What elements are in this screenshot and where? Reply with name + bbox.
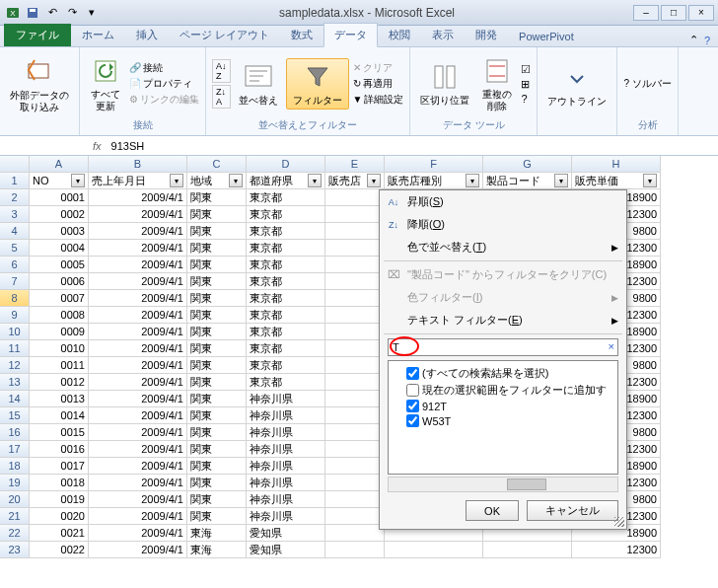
cell[interactable]: 2009/4/1 (89, 357, 187, 374)
cell[interactable]: 愛知県 (247, 525, 325, 542)
redo-icon[interactable]: ↷ (63, 4, 81, 22)
minimize-ribbon-icon[interactable]: ⌃ (689, 34, 698, 46)
clear-search-icon[interactable]: × (609, 340, 614, 352)
cell[interactable]: 神奈川県 (247, 441, 325, 458)
cell[interactable]: 関東 (187, 240, 247, 257)
tab-review[interactable]: 校閲 (378, 23, 421, 46)
remove-duplicates-button[interactable]: 重複の 削除 (477, 53, 517, 114)
cell[interactable]: 東京都 (247, 273, 325, 290)
cell[interactable]: 関東 (187, 407, 247, 424)
cell[interactable] (325, 424, 385, 441)
cell[interactable]: 2009/4/1 (89, 324, 187, 340)
row-header[interactable]: 15 (0, 407, 30, 424)
cell[interactable]: 東京都 (247, 374, 325, 391)
cell[interactable] (325, 340, 385, 357)
help-icon[interactable]: ? (704, 35, 710, 46)
tab-file[interactable]: ファイル (4, 24, 71, 46)
cell[interactable]: 0016 (30, 441, 89, 458)
cell[interactable]: 関東 (187, 257, 247, 273)
cell[interactable]: 関東 (187, 475, 247, 491)
cell[interactable] (385, 542, 483, 558)
cell[interactable] (325, 257, 385, 273)
cell[interactable]: 0010 (30, 340, 89, 357)
cell[interactable]: 0002 (30, 206, 89, 223)
reapply-button[interactable]: ↻再適用 (353, 77, 404, 91)
row-header[interactable]: 7 (0, 273, 30, 290)
cell[interactable]: 2009/4/1 (89, 374, 187, 391)
cell[interactable]: 0012 (30, 374, 89, 391)
text-to-columns-button[interactable]: 区切り位置 (416, 59, 473, 109)
cell[interactable]: 0013 (30, 391, 89, 407)
cell[interactable]: 関東 (187, 189, 247, 206)
col-header-f[interactable]: F (385, 156, 483, 173)
cell[interactable]: 関東 (187, 206, 247, 223)
cell[interactable] (325, 441, 385, 458)
cell[interactable]: 0003 (30, 223, 89, 240)
filter-search-input[interactable] (388, 338, 618, 356)
cell[interactable]: 12300 (572, 542, 661, 558)
close-button[interactable]: × (688, 5, 714, 21)
row-header[interactable]: 20 (0, 491, 30, 508)
row-header[interactable]: 2 (0, 189, 30, 206)
cell[interactable] (325, 206, 385, 223)
cell[interactable]: 2009/4/1 (89, 475, 187, 491)
cell[interactable] (325, 189, 385, 206)
sort-by-color-item[interactable]: 色で並べ替え(T)▶ (380, 236, 626, 258)
cell[interactable]: 関東 (187, 458, 247, 475)
filter-arrow-icon[interactable]: ▾ (229, 174, 243, 187)
sort-button[interactable]: 並べ替え (235, 59, 282, 109)
cell[interactable] (325, 525, 385, 542)
solver-button[interactable]: ? ソルバー (623, 77, 671, 91)
cell[interactable]: 関東 (187, 307, 247, 324)
col-header-a[interactable]: A (30, 156, 89, 173)
cell[interactable]: 0020 (30, 508, 89, 525)
cell[interactable]: 2009/4/1 (89, 307, 187, 324)
save-icon[interactable] (24, 4, 41, 22)
cell[interactable]: 2009/4/1 (89, 290, 187, 307)
row-header[interactable]: 1 (0, 173, 30, 189)
cell[interactable]: 0005 (30, 257, 89, 273)
cancel-button[interactable]: キャンセル (527, 500, 618, 521)
cell[interactable] (325, 374, 385, 391)
select-all-corner[interactable] (0, 156, 30, 173)
row-header[interactable]: 21 (0, 508, 30, 525)
table-header-date[interactable]: 売上年月日▾ (89, 173, 187, 189)
cell[interactable] (325, 307, 385, 324)
tab-home[interactable]: ホーム (71, 23, 125, 46)
tab-view[interactable]: 表示 (421, 23, 465, 46)
row-header[interactable]: 6 (0, 257, 30, 273)
cell[interactable] (325, 458, 385, 475)
cell[interactable]: 0017 (30, 458, 89, 475)
cell[interactable]: 東京都 (247, 324, 325, 340)
cell[interactable]: 神奈川県 (247, 508, 325, 525)
clear-filter-button[interactable]: ✕クリア (353, 61, 404, 75)
cell[interactable] (325, 273, 385, 290)
filter-button[interactable]: フィルター (286, 58, 349, 110)
select-all-checkbox[interactable]: (すべての検索結果を選択) (393, 365, 613, 382)
cell[interactable]: 2009/4/1 (89, 508, 187, 525)
row-header[interactable]: 16 (0, 424, 30, 441)
cell[interactable] (325, 475, 385, 491)
cell[interactable]: 0008 (30, 307, 89, 324)
cell[interactable]: 2009/4/1 (89, 391, 187, 407)
cell[interactable]: 2009/4/1 (89, 223, 187, 240)
cell[interactable]: 神奈川県 (247, 475, 325, 491)
table-header-pref[interactable]: 都道府県▾ (247, 173, 325, 189)
row-header[interactable]: 5 (0, 240, 30, 257)
connections-button[interactable]: 🔗接続 (129, 61, 199, 75)
table-header-region[interactable]: 地域▾ (187, 173, 247, 189)
cell[interactable]: 0019 (30, 491, 89, 508)
edit-links-button[interactable]: ⚙リンクの編集 (129, 93, 199, 107)
row-header[interactable]: 9 (0, 307, 30, 324)
row-header[interactable]: 19 (0, 475, 30, 491)
fx-icon[interactable]: fx (87, 140, 108, 152)
cell[interactable]: 関東 (187, 340, 247, 357)
cell[interactable]: 東京都 (247, 257, 325, 273)
table-header-store[interactable]: 販売店▾ (325, 173, 385, 189)
scrollbar-thumb[interactable] (507, 478, 546, 490)
cell[interactable]: 関東 (187, 424, 247, 441)
cell[interactable]: 0022 (30, 542, 89, 558)
cell[interactable]: 2009/4/1 (89, 525, 187, 542)
sort-asc-button[interactable]: A↓Z (212, 59, 231, 83)
cell[interactable]: 2009/4/1 (89, 340, 187, 357)
